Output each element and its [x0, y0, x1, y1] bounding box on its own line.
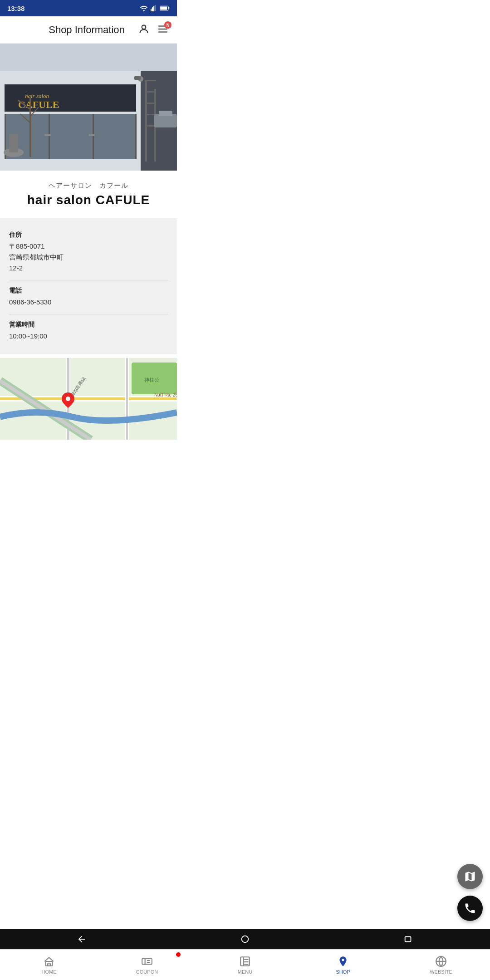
shop-name-english: hair salon CAFULE — [7, 193, 170, 207]
status-icons — [140, 5, 170, 11]
shop-name-japanese: ヘアーサロン カフール — [7, 181, 170, 190]
svg-rect-20 — [93, 114, 94, 159]
status-time: 13:38 — [7, 5, 24, 12]
svg-rect-33 — [134, 76, 141, 80]
header: Shop Information N — [0, 16, 177, 44]
svg-point-7 — [142, 25, 146, 29]
person-icon — [138, 23, 150, 35]
hero-image: hair salon CAFULE — [0, 44, 177, 171]
menu-button[interactable]: N — [157, 23, 169, 36]
status-bar: 13:38 — [0, 0, 177, 16]
phone-label: 電話 — [9, 287, 168, 295]
hours-label: 営業時間 — [9, 321, 168, 329]
signal-icon — [151, 5, 157, 11]
profile-button[interactable] — [138, 23, 150, 36]
svg-rect-23 — [88, 134, 95, 136]
svg-rect-1 — [152, 7, 153, 11]
svg-rect-22 — [44, 134, 51, 136]
svg-rect-29 — [145, 103, 156, 104]
svg-text:Nat'l Rte 269: Nat'l Rte 269 — [154, 392, 177, 397]
svg-text:hair salon: hair salon — [25, 93, 49, 99]
svg-rect-21 — [135, 114, 137, 159]
header-icons: N — [138, 23, 169, 36]
page-title: Shop Information — [35, 24, 138, 36]
svg-rect-41 — [159, 111, 172, 116]
svg-rect-2 — [153, 6, 154, 11]
address-label: 住所 — [9, 231, 168, 239]
svg-rect-6 — [160, 6, 167, 10]
svg-rect-27 — [145, 80, 156, 81]
battery-icon — [160, 5, 170, 11]
shop-name-section: ヘアーサロン カフール hair salon CAFULE — [0, 171, 177, 215]
content-wrapper: hair salon CAFULE — [0, 44, 177, 494]
svg-rect-0 — [151, 9, 152, 11]
svg-text:神柱公: 神柱公 — [144, 377, 159, 382]
wifi-icon — [140, 5, 148, 11]
svg-point-56 — [66, 397, 70, 401]
hero-svg: hair salon CAFULE — [0, 44, 177, 171]
map-section[interactable]: 神柱公 御池道路線 Nat'l Rte 269 — [0, 358, 177, 440]
map-svg: 神柱公 御池道路線 Nat'l Rte 269 — [0, 358, 177, 440]
info-card: 住所 〒885-0071宮崎県都城市中町12-2 電話 0986-36-5330… — [0, 218, 177, 354]
notification-badge: N — [164, 21, 172, 29]
hours-value: 10:00~19:00 — [9, 331, 168, 342]
svg-rect-28 — [145, 91, 156, 93]
svg-rect-5 — [168, 7, 169, 10]
svg-rect-19 — [49, 114, 50, 159]
address-section: 住所 〒885-0071宮崎県都城市中町12-2 — [9, 225, 168, 280]
svg-rect-17 — [5, 114, 136, 159]
phone-section[interactable]: 電話 0986-36-5330 — [9, 280, 168, 314]
svg-rect-3 — [155, 5, 156, 11]
address-value: 〒885-0071宮崎県都城市中町12-2 — [9, 241, 168, 274]
svg-rect-35 — [9, 134, 18, 152]
svg-rect-36 — [29, 98, 31, 157]
hours-section: 営業時間 10:00~19:00 — [9, 314, 168, 348]
phone-value: 0986-36-5330 — [9, 297, 168, 308]
